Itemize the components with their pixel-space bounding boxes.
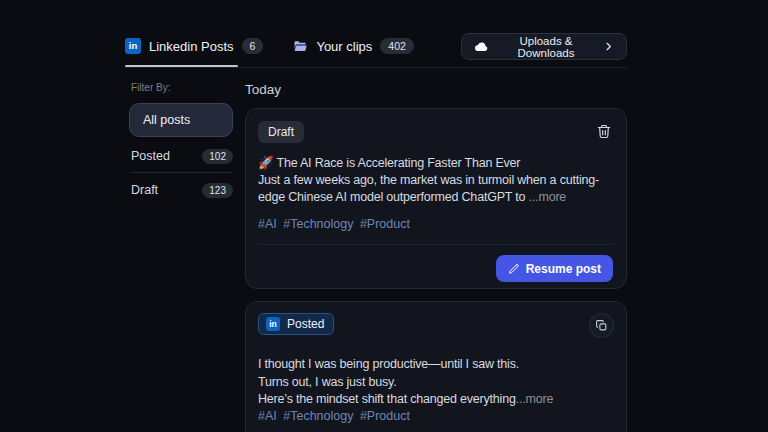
filter-draft-label: Draft bbox=[131, 183, 158, 197]
filter-draft[interactable]: Draft 123 bbox=[131, 179, 233, 201]
draft-post-title: 🚀 The AI Race is Accelerating Faster Tha… bbox=[258, 155, 599, 172]
cloud-icon bbox=[474, 39, 489, 54]
posted-card-header: in Posted bbox=[258, 313, 614, 338]
sidebar-divider bbox=[131, 172, 232, 173]
draft-status-badge: Draft bbox=[258, 121, 304, 143]
trash-icon bbox=[596, 123, 612, 140]
posted-post-line-3-text: Here’s the mindset shift that changed ev… bbox=[258, 392, 516, 406]
draft-card-header: Draft bbox=[258, 121, 614, 143]
posted-post-line-1: I thought I was being productive—until I… bbox=[258, 356, 553, 374]
filter-all-posts-label: All posts bbox=[143, 113, 190, 127]
tab-bar: in Linkedin Posts 6 Your clips 402 bbox=[125, 32, 414, 60]
copy-icon bbox=[595, 319, 608, 332]
tab-linkedin-posts-label: Linkedin Posts bbox=[149, 39, 234, 54]
more-link[interactable]: ...more bbox=[529, 190, 567, 204]
linkedin-icon: in bbox=[266, 317, 280, 331]
filter-draft-count-badge: 123 bbox=[202, 183, 233, 198]
posted-post-hashtags: #AI #Technology #Product bbox=[258, 409, 410, 423]
posted-status-label: Posted bbox=[287, 317, 324, 331]
filter-posted-count-badge: 102 bbox=[202, 149, 233, 164]
posted-post-line-3: Here’s the mindset shift that changed ev… bbox=[258, 391, 553, 409]
tab-your-clips[interactable]: Your clips 402 bbox=[293, 38, 413, 54]
draft-card-divider bbox=[258, 244, 614, 245]
uploads-downloads-label: Uploads & Downloads bbox=[497, 35, 595, 59]
header-divider bbox=[125, 67, 627, 68]
more-link[interactable]: ...more bbox=[516, 392, 554, 406]
your-clips-count-badge: 402 bbox=[380, 38, 414, 54]
draft-post-body-line-2-text: edge Chinese AI model outperformed ChatG… bbox=[258, 190, 529, 204]
posted-status-badge: in Posted bbox=[258, 313, 334, 335]
filter-all-posts[interactable]: All posts bbox=[129, 103, 233, 137]
delete-post-button[interactable] bbox=[594, 121, 614, 142]
app-window: in Linkedin Posts 6 Your clips 402 Uploa… bbox=[0, 0, 768, 432]
filter-by-label: Filter By: bbox=[131, 82, 170, 93]
uploads-downloads-button[interactable]: Uploads & Downloads bbox=[461, 33, 627, 60]
draft-post-body-line-1: Just a few weeks ago, the market was in … bbox=[258, 172, 599, 189]
chevron-right-icon bbox=[603, 41, 614, 52]
resume-post-button[interactable]: Resume post bbox=[496, 255, 613, 282]
filter-posted[interactable]: Posted 102 bbox=[131, 145, 233, 167]
copy-post-button[interactable] bbox=[589, 313, 614, 338]
draft-post-text: 🚀 The AI Race is Accelerating Faster Tha… bbox=[258, 155, 599, 206]
pencil-icon bbox=[508, 263, 520, 275]
posted-post-line-2: Turns out, I was just busy. bbox=[258, 374, 553, 392]
tab-your-clips-label: Your clips bbox=[316, 39, 372, 54]
folder-icon bbox=[293, 39, 308, 54]
posted-post-text: I thought I was being productive—until I… bbox=[258, 356, 553, 409]
filter-posted-label: Posted bbox=[131, 149, 170, 163]
tab-linkedin-posts[interactable]: in Linkedin Posts 6 bbox=[125, 38, 263, 54]
section-title-today: Today bbox=[245, 82, 281, 97]
draft-post-hashtags: #AI #Technology #Product bbox=[258, 217, 410, 231]
resume-post-label: Resume post bbox=[526, 262, 601, 276]
posted-post-card: in Posted I thought I was being producti… bbox=[245, 301, 627, 432]
draft-post-card: Draft 🚀 The AI Race is Accelerating Fast… bbox=[245, 108, 627, 289]
linkedin-icon: in bbox=[125, 38, 141, 54]
draft-post-body-line-2: edge Chinese AI model outperformed ChatG… bbox=[258, 189, 599, 206]
linkedin-posts-count-badge: 6 bbox=[242, 38, 264, 54]
